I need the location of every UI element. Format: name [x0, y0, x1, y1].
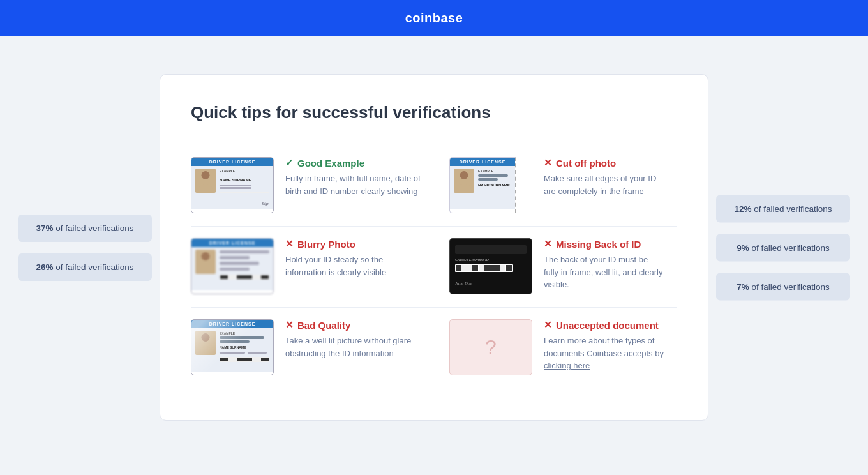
right-badges: 12% of failed verifications 9% of failed… — [716, 195, 850, 300]
tip-good-example-desc: Fully in frame, with full name, date of … — [285, 172, 421, 197]
tip-blurry-info: ✕ Blurry Photo Hold your ID steady so th… — [285, 238, 421, 278]
tip-blurry-label: Blurry Photo — [297, 239, 355, 250]
tip-cutoff-info: ✕ Cut off photo Make sure all edges of y… — [544, 157, 664, 197]
tip-unaccepted-desc: Learn more about the types of documents … — [544, 335, 664, 372]
x-icon-unaccepted: ✕ — [544, 319, 552, 331]
tip-bad-quality-label: Bad Quality — [297, 320, 350, 331]
tip-cutoff-label: Cut off photo — [556, 158, 616, 169]
clicking-here-link[interactable]: clicking here — [544, 361, 590, 370]
tip-good-example-label: Good Example — [297, 158, 364, 169]
tip-bad-quality-desc: Take a well lit picture without glare ob… — [285, 335, 421, 359]
main-container: 37% of failed verifications 26% of faile… — [0, 36, 868, 459]
tip-good-example-info: ✓ Good Example Fully in frame, with full… — [285, 157, 421, 197]
id-card-blurry: DRIVER LICENSE — [191, 238, 274, 296]
tip-missing-back-desc: The back of your ID must be fully in fra… — [544, 253, 664, 291]
id-card-back: Class A Example ID Jane Doe — [449, 238, 532, 296]
id-card-bad-quality: DRIVER LICENSE EXAMPLE NAME SURNAME — [191, 319, 274, 377]
tip-blurry-desc: Hold your ID steady so the information i… — [285, 253, 421, 278]
tip-cutoff-desc: Make sure all edges of your ID are compl… — [544, 172, 664, 197]
tip-unaccepted-info: ✕ Unaccepted document Learn more about t… — [544, 319, 664, 372]
check-icon: ✓ — [285, 157, 294, 169]
tips-card: Quick tips for successful verifications … — [160, 74, 708, 421]
tip-cutoff: DRIVER LICENSE EXAMPLE NAME SURNAME — [434, 146, 677, 226]
id-card-good: DRIVER LICENSE EXAMPLE NAME SURNAME — [191, 157, 274, 215]
left-badge-1: 37% of failed verifications — [18, 215, 152, 242]
tip-missing-back-info: ✕ Missing Back of ID The back of your ID… — [544, 238, 664, 291]
left-badges: 37% of failed verifications 26% of faile… — [18, 215, 152, 281]
left-badge-2: 26% of failed verifications — [18, 253, 152, 281]
tip-missing-back: Class A Example ID Jane Doe — [434, 227, 677, 307]
tip-unaccepted-label: Unaccepted document — [556, 320, 659, 331]
id-card-cutoff: DRIVER LICENSE EXAMPLE NAME SURNAME — [449, 157, 532, 215]
tip-bad-quality-info: ✕ Bad Quality Take a well lit picture wi… — [285, 319, 421, 359]
right-badge-2: 9% of failed verifications — [716, 234, 850, 261]
tip-bad-quality: DRIVER LICENSE EXAMPLE NAME SURNAME — [191, 308, 434, 388]
x-icon-cutoff: ✕ — [544, 157, 552, 169]
tips-grid: DRIVER LICENSE EXAMPLE NAME SURNAME — [191, 146, 677, 388]
card-title: Quick tips for successful verifications — [191, 103, 677, 123]
x-icon-blurry: ✕ — [285, 238, 294, 250]
x-icon-missing-back: ✕ — [544, 238, 552, 250]
id-card-unknown: ? — [449, 319, 532, 377]
tip-blurry: DRIVER LICENSE — [191, 227, 434, 307]
tip-unaccepted: ? ✕ Unaccepted document Learn more about… — [434, 308, 677, 388]
tip-good-example: DRIVER LICENSE EXAMPLE NAME SURNAME — [191, 146, 434, 226]
right-badge-1: 12% of failed verifications — [716, 195, 850, 222]
right-badge-3: 7% of failed verifications — [716, 273, 850, 300]
tip-missing-back-label: Missing Back of ID — [556, 239, 641, 250]
coinbase-logo: coinbase — [405, 11, 463, 26]
app-header: coinbase — [0, 0, 868, 36]
x-icon-bad-quality: ✕ — [285, 319, 294, 331]
